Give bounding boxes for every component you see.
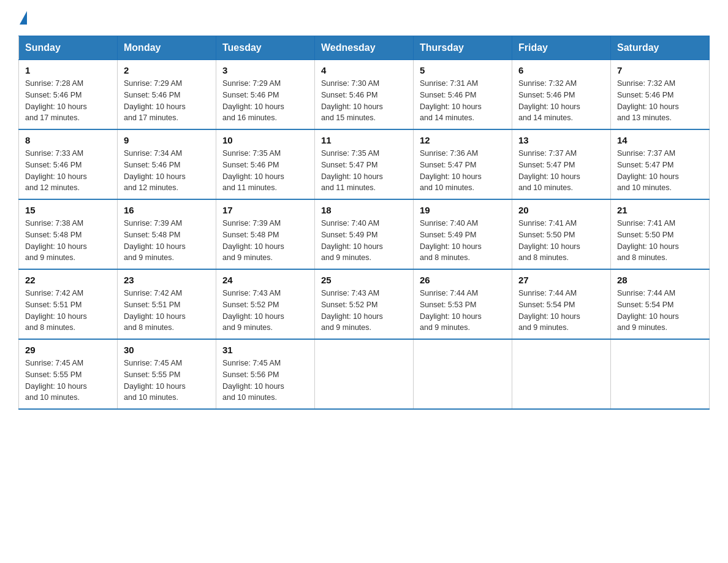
calendar-cell: 24 Sunrise: 7:43 AM Sunset: 5:52 PM Dayl… [216,269,315,339]
calendar-cell: 15 Sunrise: 7:38 AM Sunset: 5:48 PM Dayl… [19,199,118,269]
calendar-cell: 11 Sunrise: 7:35 AM Sunset: 5:47 PM Dayl… [315,129,414,199]
calendar-cell: 27 Sunrise: 7:44 AM Sunset: 5:54 PM Dayl… [512,269,611,339]
day-info: Sunrise: 7:45 AM Sunset: 5:55 PM Dayligh… [25,358,111,404]
logo-triangle-icon [20,11,27,25]
day-info: Sunrise: 7:41 AM Sunset: 5:50 PM Dayligh… [617,218,703,264]
day-number: 6 [518,65,604,75]
calendar-cell: 12 Sunrise: 7:36 AM Sunset: 5:47 PM Dayl… [414,129,512,199]
day-info: Sunrise: 7:37 AM Sunset: 5:47 PM Dayligh… [518,148,604,194]
calendar-cell [414,339,512,409]
day-number: 16 [124,205,210,215]
day-info: Sunrise: 7:42 AM Sunset: 5:51 PM Dayligh… [25,288,111,334]
day-info: Sunrise: 7:37 AM Sunset: 5:47 PM Dayligh… [617,148,703,194]
day-info: Sunrise: 7:45 AM Sunset: 5:55 PM Dayligh… [124,358,210,404]
page-header [18,12,710,23]
day-number: 12 [420,135,506,145]
weekday-header-tuesday: Tuesday [216,36,315,60]
day-info: Sunrise: 7:43 AM Sunset: 5:52 PM Dayligh… [222,288,308,334]
calendar-cell: 1 Sunrise: 7:28 AM Sunset: 5:46 PM Dayli… [19,60,118,130]
day-number: 31 [222,345,308,355]
day-number: 17 [222,205,308,215]
calendar-cell [512,339,611,409]
calendar-cell: 20 Sunrise: 7:41 AM Sunset: 5:50 PM Dayl… [512,199,611,269]
day-info: Sunrise: 7:39 AM Sunset: 5:48 PM Dayligh… [124,218,210,264]
calendar-cell: 22 Sunrise: 7:42 AM Sunset: 5:51 PM Dayl… [19,269,118,339]
calendar-week-1: 1 Sunrise: 7:28 AM Sunset: 5:46 PM Dayli… [19,60,710,130]
calendar-cell: 3 Sunrise: 7:29 AM Sunset: 5:46 PM Dayli… [216,60,315,130]
calendar-week-4: 22 Sunrise: 7:42 AM Sunset: 5:51 PM Dayl… [19,269,710,339]
day-number: 30 [124,345,210,355]
logo [18,12,27,23]
day-info: Sunrise: 7:40 AM Sunset: 5:49 PM Dayligh… [420,218,506,264]
day-number: 9 [124,135,210,145]
day-number: 1 [25,65,111,75]
day-info: Sunrise: 7:36 AM Sunset: 5:47 PM Dayligh… [420,148,506,194]
day-number: 3 [222,65,308,75]
day-info: Sunrise: 7:32 AM Sunset: 5:46 PM Dayligh… [518,78,604,124]
calendar-cell: 18 Sunrise: 7:40 AM Sunset: 5:49 PM Dayl… [315,199,414,269]
day-number: 15 [25,205,111,215]
day-info: Sunrise: 7:44 AM Sunset: 5:54 PM Dayligh… [617,288,703,334]
day-info: Sunrise: 7:39 AM Sunset: 5:48 PM Dayligh… [222,218,308,264]
calendar-cell: 26 Sunrise: 7:44 AM Sunset: 5:53 PM Dayl… [414,269,512,339]
calendar-cell: 13 Sunrise: 7:37 AM Sunset: 5:47 PM Dayl… [512,129,611,199]
day-number: 28 [617,275,703,285]
day-number: 4 [321,65,407,75]
calendar-cell: 4 Sunrise: 7:30 AM Sunset: 5:46 PM Dayli… [315,60,414,130]
calendar-week-3: 15 Sunrise: 7:38 AM Sunset: 5:48 PM Dayl… [19,199,710,269]
calendar-cell: 9 Sunrise: 7:34 AM Sunset: 5:46 PM Dayli… [118,129,216,199]
day-info: Sunrise: 7:30 AM Sunset: 5:46 PM Dayligh… [321,78,407,124]
day-info: Sunrise: 7:38 AM Sunset: 5:48 PM Dayligh… [25,218,111,264]
day-info: Sunrise: 7:32 AM Sunset: 5:46 PM Dayligh… [617,78,703,124]
day-number: 25 [321,275,407,285]
calendar-cell [315,339,414,409]
calendar-cell: 16 Sunrise: 7:39 AM Sunset: 5:48 PM Dayl… [118,199,216,269]
weekday-header-monday: Monday [118,36,216,60]
day-info: Sunrise: 7:44 AM Sunset: 5:53 PM Dayligh… [420,288,506,334]
day-number: 10 [222,135,308,145]
day-number: 18 [321,205,407,215]
day-number: 11 [321,135,407,145]
calendar-cell: 10 Sunrise: 7:35 AM Sunset: 5:46 PM Dayl… [216,129,315,199]
day-info: Sunrise: 7:33 AM Sunset: 5:46 PM Dayligh… [25,148,111,194]
day-info: Sunrise: 7:35 AM Sunset: 5:46 PM Dayligh… [222,148,308,194]
calendar-cell: 31 Sunrise: 7:45 AM Sunset: 5:56 PM Dayl… [216,339,315,409]
calendar-table: SundayMondayTuesdayWednesdayThursdayFrid… [18,36,710,410]
day-number: 8 [25,135,111,145]
day-number: 2 [124,65,210,75]
day-info: Sunrise: 7:31 AM Sunset: 5:46 PM Dayligh… [420,78,506,124]
calendar-cell [611,339,710,409]
calendar-cell: 28 Sunrise: 7:44 AM Sunset: 5:54 PM Dayl… [611,269,710,339]
day-number: 5 [420,65,506,75]
day-number: 14 [617,135,703,145]
day-info: Sunrise: 7:42 AM Sunset: 5:51 PM Dayligh… [124,288,210,334]
day-number: 19 [420,205,506,215]
calendar-cell: 2 Sunrise: 7:29 AM Sunset: 5:46 PM Dayli… [118,60,216,130]
day-number: 26 [420,275,506,285]
day-info: Sunrise: 7:41 AM Sunset: 5:50 PM Dayligh… [518,218,604,264]
day-number: 24 [222,275,308,285]
weekday-header-thursday: Thursday [414,36,512,60]
day-info: Sunrise: 7:40 AM Sunset: 5:49 PM Dayligh… [321,218,407,264]
calendar-cell: 8 Sunrise: 7:33 AM Sunset: 5:46 PM Dayli… [19,129,118,199]
weekday-header-wednesday: Wednesday [315,36,414,60]
weekday-header-saturday: Saturday [611,36,710,60]
calendar-cell: 6 Sunrise: 7:32 AM Sunset: 5:46 PM Dayli… [512,60,611,130]
calendar-cell: 5 Sunrise: 7:31 AM Sunset: 5:46 PM Dayli… [414,60,512,130]
calendar-cell: 14 Sunrise: 7:37 AM Sunset: 5:47 PM Dayl… [611,129,710,199]
day-number: 22 [25,275,111,285]
calendar-week-5: 29 Sunrise: 7:45 AM Sunset: 5:55 PM Dayl… [19,339,710,409]
day-info: Sunrise: 7:28 AM Sunset: 5:46 PM Dayligh… [25,78,111,124]
day-info: Sunrise: 7:35 AM Sunset: 5:47 PM Dayligh… [321,148,407,194]
day-number: 13 [518,135,604,145]
day-number: 27 [518,275,604,285]
calendar-cell: 29 Sunrise: 7:45 AM Sunset: 5:55 PM Dayl… [19,339,118,409]
day-info: Sunrise: 7:34 AM Sunset: 5:46 PM Dayligh… [124,148,210,194]
calendar-cell: 19 Sunrise: 7:40 AM Sunset: 5:49 PM Dayl… [414,199,512,269]
calendar-cell: 30 Sunrise: 7:45 AM Sunset: 5:55 PM Dayl… [118,339,216,409]
day-info: Sunrise: 7:45 AM Sunset: 5:56 PM Dayligh… [222,358,308,404]
day-info: Sunrise: 7:29 AM Sunset: 5:46 PM Dayligh… [222,78,308,124]
day-number: 29 [25,345,111,355]
calendar-cell: 23 Sunrise: 7:42 AM Sunset: 5:51 PM Dayl… [118,269,216,339]
calendar-cell: 17 Sunrise: 7:39 AM Sunset: 5:48 PM Dayl… [216,199,315,269]
